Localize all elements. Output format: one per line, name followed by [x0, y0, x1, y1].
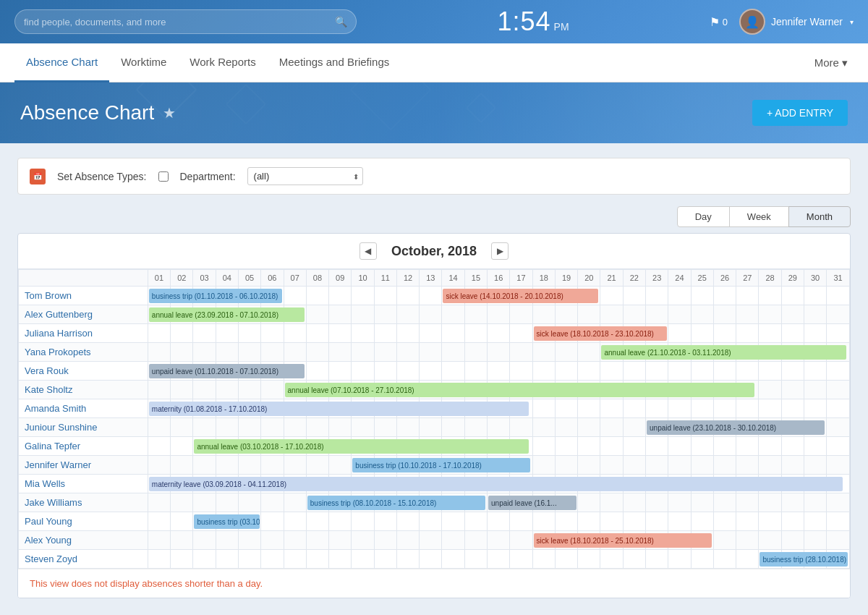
leave-bar[interactable]: annual leave (21.10.2018 - 03.11.2018)	[601, 345, 846, 360]
day-cell	[238, 381, 260, 399]
day-cell	[555, 550, 577, 569]
person-name-paul-young[interactable]: Paul Young	[19, 512, 148, 531]
prev-month-button[interactable]: ◀	[359, 242, 377, 260]
favorite-star-icon[interactable]: ★	[163, 104, 176, 122]
person-name-steven-zoyd[interactable]: Steven Zoyd	[19, 550, 148, 569]
user-area[interactable]: 👤 Jennifer Warner ▾	[739, 9, 854, 35]
leave-bar[interactable]: maternity leave (03.09.2018 - 04.11.2018…	[149, 477, 843, 491]
leave-bar[interactable]: business trip (03.10.2018)	[194, 514, 260, 529]
day-cell	[464, 531, 487, 550]
leave-bar[interactable]: sick leave (18.10.2018 - 23.10.2018)	[534, 326, 667, 341]
day-cell	[374, 512, 396, 531]
person-name-alex-guttenberg[interactable]: Alex Guttenberg	[19, 305, 148, 324]
tab-worktime[interactable]: Worktime	[109, 43, 178, 82]
view-week-button[interactable]: Week	[729, 206, 789, 227]
day-cell	[488, 324, 510, 343]
absence-types-checkbox[interactable]	[158, 171, 169, 182]
table-row: Steven Zoydbusiness trip (28.10.2018)	[19, 550, 850, 569]
day-cell	[261, 324, 284, 343]
person-name-vera-rouk[interactable]: Vera Rouk	[19, 362, 148, 381]
day-cell	[623, 456, 645, 475]
day-cell	[374, 362, 396, 381]
day-cell	[759, 287, 781, 305]
leave-bar[interactable]: annual leave (23.09.2018 - 07.10.2018)	[149, 308, 305, 322]
day-cell	[374, 324, 396, 343]
person-name-juliana-harrison[interactable]: Juliana Harrison	[19, 324, 148, 343]
leave-bar[interactable]: unpaid leave (01.10.2018 - 07.10.2018)	[149, 364, 305, 378]
leave-bar[interactable]: maternity (01.08.2018 - 17.10.2018)	[149, 402, 529, 416]
person-name-jake-williams[interactable]: Jake Williams	[19, 493, 148, 512]
person-name-tom-brown[interactable]: Tom Brown	[19, 287, 148, 305]
tab-absence-chart[interactable]: Absence Chart	[14, 43, 109, 82]
person-name-jennifer-warner[interactable]: Jennifer Warner	[19, 456, 148, 475]
day-cell	[306, 418, 328, 437]
department-select-wrapper[interactable]: (all)	[247, 167, 363, 185]
flag-badge[interactable]: ⚑ 0	[710, 15, 728, 29]
person-name-amanda-smith[interactable]: Amanda Smith	[19, 399, 148, 418]
user-name: Jennifer Warner	[771, 16, 843, 27]
day-cell	[736, 512, 759, 531]
day-cell	[284, 531, 306, 550]
person-name-alex-young[interactable]: Alex Young	[19, 531, 148, 550]
person-name-galina-tepfer[interactable]: Galina Tepfer	[19, 437, 148, 456]
view-month-button[interactable]: Month	[788, 206, 851, 227]
day-cell	[420, 550, 442, 569]
day-cell	[171, 343, 193, 362]
day-cell	[420, 418, 442, 437]
person-name-kate-sholtz[interactable]: Kate Sholtz	[19, 381, 148, 399]
day-cell	[148, 550, 170, 569]
day-cell	[827, 324, 850, 343]
leave-bar[interactable]: unpaid leave (23.10.2018 - 30.10.2018)	[647, 420, 825, 435]
leave-bar[interactable]: business trip (28.10.2018)	[760, 552, 848, 567]
leave-bar[interactable]: unpaid leave (16.1...	[488, 496, 576, 510]
day-cell	[171, 531, 193, 550]
leave-bar[interactable]: sick leave (14.10.2018 - 20.10.2018)	[443, 289, 598, 303]
search-box[interactable]: 🔍	[14, 9, 357, 34]
day-cell	[374, 550, 396, 569]
tab-work-reports[interactable]: Work Reports	[178, 43, 267, 82]
add-entry-button[interactable]: + ADD ENTRY	[752, 100, 848, 126]
day-cell	[713, 437, 736, 456]
leave-bar[interactable]: business trip (08.10.2018 - 15.10.2018)	[307, 496, 485, 510]
leave-bar[interactable]: sick leave (18.10.2018 - 25.10.2018)	[534, 533, 712, 548]
day-cell	[510, 324, 532, 343]
day-cell: sick leave (18.10.2018 - 23.10.2018)	[532, 324, 555, 343]
user-menu-chevron: ▾	[850, 18, 854, 26]
day-cell	[148, 437, 170, 456]
leave-bar[interactable]: annual leave (07.10.2018 - 27.10.2018)	[285, 383, 754, 397]
tab-meetings-briefings[interactable]: Meetings and Briefings	[268, 43, 401, 82]
day-cell: unpaid leave (01.10.2018 - 07.10.2018)	[148, 362, 170, 381]
day-cell	[216, 550, 238, 569]
day-cell	[600, 493, 623, 512]
day-cell	[781, 493, 804, 512]
day-cell	[646, 550, 668, 569]
day-cell	[442, 531, 464, 550]
leave-bar[interactable]: business trip (10.10.2018 - 17.10.2018)	[352, 458, 530, 472]
more-button[interactable]: More ▾	[809, 56, 854, 69]
main-content: 📅 Set Absence Types: Department: (all) D…	[0, 143, 868, 613]
day-cell	[804, 362, 826, 381]
day-cell	[464, 512, 487, 531]
day-cell	[216, 381, 238, 399]
day-col-header-31: 31	[827, 270, 850, 287]
department-select[interactable]: (all)	[247, 167, 363, 185]
clock-area: 1:54 PM	[371, 7, 694, 37]
leave-bar[interactable]: business trip (01.10.2018 - 06.10.2018)	[149, 289, 282, 303]
day-cell	[713, 512, 736, 531]
day-cell	[668, 305, 691, 324]
day-col-header-01: 01	[148, 270, 170, 287]
day-cell	[464, 305, 487, 324]
person-name-juniour-sunshine[interactable]: Juniour Sunshine	[19, 418, 148, 437]
leave-bar[interactable]: annual leave (03.10.2018 - 17.10.2018)	[194, 439, 529, 454]
next-month-button[interactable]: ▶	[491, 242, 509, 260]
day-cell	[352, 324, 374, 343]
day-cell: annual leave (03.10.2018 - 17.10.2018)	[193, 437, 216, 456]
day-cell	[578, 456, 600, 475]
view-day-button[interactable]: Day	[677, 206, 730, 227]
person-name-yana-prokopets[interactable]: Yana Prokopets	[19, 343, 148, 362]
person-name-mia-wells[interactable]: Mia Wells	[19, 475, 148, 493]
search-input[interactable]	[24, 17, 335, 27]
day-cell	[488, 512, 510, 531]
day-cell	[691, 399, 713, 418]
day-cell	[148, 493, 170, 512]
